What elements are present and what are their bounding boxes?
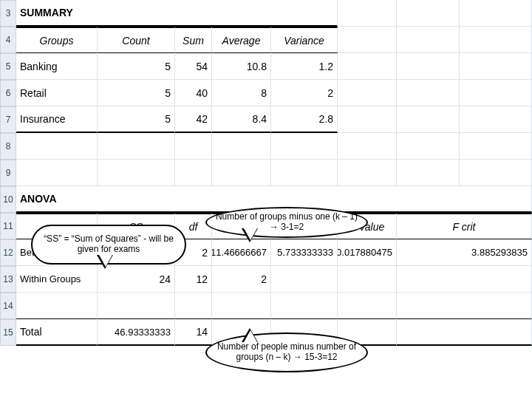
col-header-count: Count [98, 27, 175, 53]
anova-fcrit[interactable]: 3.885293835 [397, 239, 532, 266]
summary-group[interactable]: Insurance [16, 106, 98, 133]
summary-count[interactable]: 5 [98, 53, 175, 80]
row-label: 11 [0, 213, 16, 239]
summary-variance[interactable]: 1.2 [271, 53, 338, 80]
row-label: 9 [0, 160, 16, 186]
anova-df[interactable]: 12 [175, 266, 212, 293]
summary-sum[interactable]: 40 [175, 80, 212, 106]
summary-count[interactable]: 5 [98, 80, 175, 106]
col-header-sum: Sum [175, 27, 212, 53]
anova-f[interactable] [271, 266, 338, 293]
summary-title: SUMMARY [16, 0, 338, 27]
anova-f[interactable]: 5.733333333 [271, 239, 338, 266]
anova-fcrit[interactable] [397, 319, 532, 346]
anova-df[interactable]: 14 [175, 319, 212, 346]
row-label: 12 [0, 239, 16, 266]
row-label: 15 [0, 319, 16, 346]
row-label: 8 [0, 133, 16, 160]
anova-ss[interactable]: 46.93333333 [98, 319, 175, 346]
col-header-average: Average [212, 27, 271, 53]
row-label: 3 [0, 0, 16, 27]
callout-ss-definition: “SS” = “Sum of Squares” - will be given … [31, 225, 186, 265]
summary-average[interactable]: 10.8 [212, 53, 271, 80]
summary-average[interactable]: 8 [212, 80, 271, 106]
spreadsheet-grid: 3 SUMMARY 4 Groups Count Sum Average Var… [0, 0, 532, 346]
summary-sum[interactable]: 54 [175, 53, 212, 80]
summary-sum[interactable]: 42 [175, 106, 212, 133]
summary-count[interactable]: 5 [98, 106, 175, 133]
row-label: 13 [0, 266, 16, 293]
row-label: 6 [0, 80, 16, 106]
anova-source[interactable]: Within Groups [16, 266, 98, 293]
summary-average[interactable]: 8.4 [212, 106, 271, 133]
row-label: 7 [0, 106, 16, 133]
row-label: 4 [0, 27, 16, 53]
summary-group[interactable]: Banking [16, 53, 98, 80]
summary-variance[interactable]: 2 [271, 80, 338, 106]
col-header-groups: Groups [16, 27, 98, 53]
anova-pvalue[interactable]: 0.017880475 [338, 239, 397, 266]
summary-variance[interactable]: 2.8 [271, 106, 338, 133]
col-header-fcrit: F crit [397, 213, 532, 239]
row-label: 5 [0, 53, 16, 80]
anova-fcrit[interactable] [397, 266, 532, 293]
row-label: 14 [0, 293, 16, 319]
row-label: 10 [0, 186, 16, 213]
anova-ms[interactable]: 2 [212, 266, 271, 293]
callout-df-between: Number of groups minus one (k – 1) → 3-1… [205, 207, 368, 238]
callout-df-within: Number of people minus number of groups … [205, 332, 368, 372]
anova-source[interactable]: Total [16, 319, 98, 346]
anova-pvalue[interactable] [338, 266, 397, 293]
col-header-variance: Variance [271, 27, 338, 53]
summary-group[interactable]: Retail [16, 80, 98, 106]
